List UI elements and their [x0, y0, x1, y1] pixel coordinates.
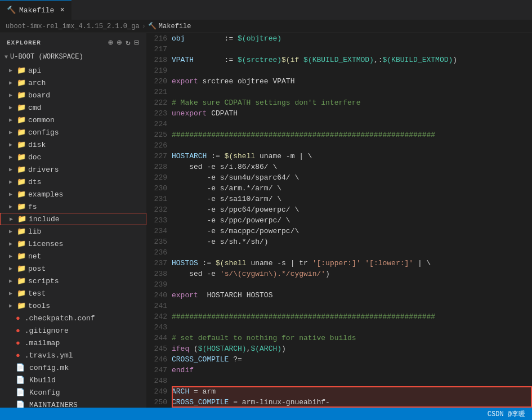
main-content: EXPLORER ⊕ ⊕ ↻ ⊟ ▼ U-BOOT (WORKSPACE) ▶ …: [0, 33, 532, 408]
folder-icon: 📁: [17, 264, 26, 273]
tab-close-button[interactable]: ×: [60, 6, 64, 15]
sidebar-item-fs[interactable]: ▶ 📁 fs: [0, 200, 146, 213]
sidebar-item-doc[interactable]: ▶ 📁 doc: [0, 151, 146, 163]
sidebar-item-examples[interactable]: ▶ 📁 examples: [0, 188, 146, 200]
sidebar-item-travis[interactable]: ● .travis.yml: [0, 349, 146, 361]
code-line-230: -e s/arm.*/arm/ \: [172, 183, 532, 194]
code-line-218: VPATH := $(srctree)$(if $(KBUILD_EXTMOD)…: [172, 55, 532, 65]
file-icon: 📄: [16, 388, 25, 397]
sidebar-header-icons: ⊕ ⊕ ↻ ⊟: [108, 38, 140, 47]
sidebar-item-checkpatch[interactable]: ● .checkpatch.conf: [0, 312, 146, 324]
code-line-229: -e s/sun4u/sparc64/ \: [172, 172, 532, 183]
folder-icon: 📁: [17, 190, 26, 199]
breadcrumb: uboot-imx-rel_imx_4.1.15_2.1.0_ga › 🔨 Ma…: [0, 20, 532, 33]
new-file-icon[interactable]: ⊕: [108, 38, 113, 47]
breadcrumb-file: Makefile: [159, 23, 191, 30]
breadcrumb-root: uboot-imx-rel_imx_4.1.15_2.1.0_ga: [6, 23, 140, 30]
sidebar-item-licenses[interactable]: ▶ 📁 Licenses: [0, 238, 146, 250]
code-line-227: HOSTARCH := $(shell uname -m | \: [172, 151, 532, 162]
folder-icon: 📁: [17, 153, 26, 162]
code-line-219: [172, 65, 532, 76]
folder-icon: 📁: [17, 91, 26, 100]
code-line-236: [172, 247, 532, 258]
folder-icon: 📁: [17, 252, 26, 261]
sidebar-item-configs[interactable]: ▶ 📁 configs: [0, 126, 146, 138]
code-line-237: HOSTOS := $(shell uname -s | tr '[:upper…: [172, 258, 532, 269]
collapse-icon[interactable]: ⊟: [135, 38, 140, 47]
code-line-224: [172, 119, 532, 129]
code-line-216: obj := $(objtree): [172, 33, 532, 44]
new-folder-icon[interactable]: ⊕: [117, 38, 122, 47]
code-line-244: # set default to nothing for native buil…: [172, 333, 532, 343]
file-icon: 📄: [16, 376, 25, 385]
sidebar-item-tools[interactable]: ▶ 📁 tools: [0, 300, 146, 312]
code-line-232: -e s/ppc64/powerpc/ \: [172, 204, 532, 215]
sidebar-item-mailmap[interactable]: ● .mailmap: [0, 337, 146, 349]
file-icon: ●: [16, 351, 20, 360]
code-line-249: ARCH = arm: [172, 386, 532, 397]
file-icon: 📄: [16, 363, 25, 372]
folder-icon: 📁: [17, 165, 26, 174]
sidebar-item-lib[interactable]: ▶ 📁 lib: [0, 225, 146, 238]
code-line-238: sed -e 's/\(cygwin\).*/cygwin/'): [172, 269, 532, 279]
refresh-icon[interactable]: ↻: [126, 38, 131, 47]
code-line-223: unexport CDPATH: [172, 108, 532, 119]
workspace-label[interactable]: ▼ U-BOOT (WORKSPACE): [0, 52, 146, 62]
sidebar-item-dts[interactable]: ▶ 📁 dts: [0, 176, 146, 188]
editor: 2162172182192202212222232242252262272282…: [146, 33, 532, 408]
sidebar-item-kbuild[interactable]: 📄 Kbuild: [0, 374, 146, 386]
code-line-220: export srctree objtree VPATH: [172, 76, 532, 87]
watermark-text: CSDN @李暖: [488, 409, 525, 419]
sidebar-item-test[interactable]: ▶ 📁 test: [0, 287, 146, 300]
sidebar-root: ▶ 📁 api ▶ 📁 arch ▶ 📁 board ▶ 📁 cmd: [0, 62, 146, 408]
folder-icon: 📁: [17, 202, 26, 211]
code-line-241: [172, 301, 532, 311]
code-line-243: [172, 322, 532, 333]
sidebar-title: EXPLORER: [7, 39, 41, 46]
code-line-235: -e s/sh.*/sh/): [172, 236, 532, 247]
sidebar-item-gitignore[interactable]: ● .gitignore: [0, 324, 146, 337]
sidebar-item-drivers[interactable]: ▶ 📁 drivers: [0, 163, 146, 176]
folder-special-icon: 📁: [17, 140, 26, 149]
breadcrumb-makefile-icon: 🔨: [148, 22, 157, 30]
code-line-217: [172, 44, 532, 55]
status-bar: CSDN @李暖: [0, 408, 532, 420]
sidebar-header: EXPLORER ⊕ ⊕ ↻ ⊟: [0, 33, 146, 52]
folder-special-icon: 📁: [17, 128, 26, 137]
sidebar-item-include[interactable]: ▶ 📁 include: [0, 213, 146, 225]
sidebar-item-net[interactable]: ▶ 📁 net: [0, 250, 146, 262]
code-line-248: [172, 376, 532, 386]
sidebar-item-cmd[interactable]: ▶ 📁 cmd: [0, 101, 146, 114]
code-line-247: endif: [172, 365, 532, 376]
code-line-228: sed -e s/i.86/x86/ \: [172, 162, 532, 172]
folder-special-icon: 📁: [17, 115, 26, 124]
folder-special-icon: 📁: [17, 215, 26, 224]
tab-label: Makefile: [19, 6, 54, 15]
sidebar-item-api[interactable]: ▶ 📁 api: [0, 64, 146, 77]
tab-makefile[interactable]: 🔨 Makefile ×: [0, 0, 71, 20]
folder-special-icon: 📁: [17, 301, 26, 310]
sidebar-item-arch[interactable]: ▶ 📁 arch: [0, 77, 146, 89]
code-line-239: [172, 279, 532, 290]
sidebar-item-kconfig[interactable]: 📄 Kconfig: [0, 386, 146, 399]
code-line-242: ########################################…: [172, 311, 532, 322]
code-line-221: [172, 87, 532, 97]
folder-icon: 📁: [17, 239, 26, 248]
sidebar-item-configmk[interactable]: 📄 config.mk: [0, 361, 146, 374]
sidebar-item-disk[interactable]: ▶ 📁 disk: [0, 138, 146, 151]
folder-icon: 📁: [17, 78, 26, 87]
sidebar-item-board[interactable]: ▶ 📁 board: [0, 89, 146, 101]
code-line-250: CROSS_COMPILE = arm-linux-gnueabihf-: [172, 397, 532, 408]
makefile-tab-icon: 🔨: [7, 6, 16, 15]
code-area[interactable]: 2162172182192202212222232242252262272282…: [146, 33, 532, 408]
sidebar-item-scripts[interactable]: ▶ 📁 scripts: [0, 275, 146, 287]
code-line-222: # Make sure CDPATH settings don't interf…: [172, 97, 532, 108]
sidebar-item-common[interactable]: ▶ 📁 common: [0, 114, 146, 126]
sidebar-item-post[interactable]: ▶ 📁 post: [0, 262, 146, 275]
sidebar-item-maintainers[interactable]: 📄 MAINTAINERS: [0, 399, 146, 408]
workspace-arrow: ▼: [5, 54, 8, 60]
breadcrumb-sep: ›: [142, 23, 146, 30]
code-line-233: -e s/ppc/powerpc/ \: [172, 215, 532, 226]
code-content[interactable]: obj := $(objtree) VPATH := $(srctree)$(i…: [172, 33, 532, 408]
code-line-225: ########################################…: [172, 129, 532, 140]
